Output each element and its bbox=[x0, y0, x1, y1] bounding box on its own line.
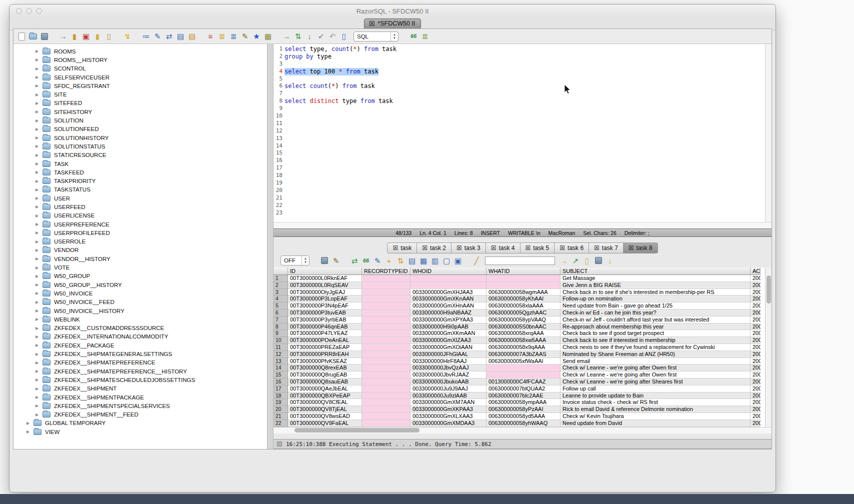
paste-cell-icon[interactable]: ▣ bbox=[453, 256, 463, 266]
tab-close-icon[interactable]: ☒ bbox=[526, 244, 531, 252]
disclosure-triangle-icon[interactable]: ▶ bbox=[36, 282, 42, 287]
open-file-icon[interactable] bbox=[28, 32, 38, 42]
tree-item-sitehistory[interactable]: ▶SITEHISTORY bbox=[14, 108, 267, 116]
grid-cell[interactable] bbox=[362, 344, 410, 351]
tree-item-user[interactable]: ▶USER bbox=[14, 194, 267, 202]
column-header-WHOID[interactable]: WHOID bbox=[410, 268, 486, 275]
disclosure-triangle-icon[interactable]: ▶ bbox=[36, 274, 42, 278]
grid-cell[interactable] bbox=[362, 337, 410, 344]
grid-cell[interactable]: 00T3000000OiyJgEAJ bbox=[288, 289, 362, 296]
view-row-icon[interactable]: 66 bbox=[361, 256, 371, 266]
disclosure-triangle-icon[interactable]: ▶ bbox=[36, 170, 42, 174]
document-tab[interactable]: ☒ *SFDCW50 II bbox=[364, 18, 422, 30]
disclosure-triangle-icon[interactable]: ▶ bbox=[36, 317, 42, 322]
sort-icon[interactable]: ⇅ bbox=[396, 256, 406, 266]
tab-close-icon[interactable]: ☒ bbox=[392, 244, 398, 252]
grid-cell[interactable]: Nominated by Shane Freeman at ANZ (HR50) bbox=[560, 351, 750, 358]
grid-cell[interactable] bbox=[362, 406, 410, 413]
tree-item-zkfedex__shipment__feed[interactable]: ▶ZKFEDEX__SHIPMENT__FEED bbox=[14, 410, 267, 418]
table-star-icon[interactable]: ▦ bbox=[263, 32, 273, 42]
add-row-icon[interactable]: + bbox=[384, 256, 394, 266]
grid-cell[interactable]: 00T3000000P47LYEAZ bbox=[288, 330, 362, 337]
grid-cell[interactable]: 00T3000000QV8TjEAL bbox=[288, 406, 362, 413]
grid-cell[interactable]: 00T3000000QV8CfEAL bbox=[288, 399, 362, 406]
grid-cell[interactable]: Check back to see if interested in membe… bbox=[560, 337, 750, 344]
grid-cell[interactable]: 0033000000GmXKmAAN bbox=[410, 330, 486, 337]
disclosure-triangle-icon[interactable]: ▶ bbox=[36, 404, 42, 408]
grid-cell[interactable]: 0033000000JbukoAAB bbox=[410, 378, 486, 386]
tree-item-site[interactable]: ▶SITE bbox=[14, 90, 267, 98]
grid-cell[interactable] bbox=[362, 289, 410, 296]
grid-cell[interactable] bbox=[362, 310, 410, 316]
grid-cell[interactable]: 006300000058wgmAAA bbox=[486, 289, 560, 296]
grid-cell[interactable]: Send email bbox=[560, 358, 750, 365]
grid-cell[interactable]: 0033000000GmXHnAAN bbox=[410, 302, 486, 310]
grid-cell[interactable] bbox=[362, 386, 410, 392]
tree-item-solution[interactable]: ▶SOLUTION bbox=[14, 116, 267, 124]
connect-icon[interactable]: → bbox=[58, 32, 68, 42]
favorites-star-icon[interactable]: ★ bbox=[252, 32, 262, 42]
disclosure-triangle-icon[interactable]: ▶ bbox=[36, 230, 42, 235]
refresh-sql-icon[interactable]: ⇄ bbox=[164, 32, 174, 42]
grid-cell[interactable]: 006300000058ypVAAQ bbox=[486, 316, 560, 324]
tree-item-zkfedex__shipmentpackage[interactable]: ▶ZKFEDEX__SHIPMENTPACKAGE bbox=[14, 393, 267, 402]
grid-cell[interactable]: 200 bbox=[750, 413, 760, 420]
grid-vertical-scrollbar[interactable] bbox=[765, 268, 772, 427]
indent-icon[interactable]: ≣ bbox=[217, 32, 227, 42]
grid-cell[interactable]: 200 bbox=[750, 351, 760, 358]
grid-cell[interactable]: 00630000007blc2AAE bbox=[486, 392, 560, 400]
grid-cell[interactable] bbox=[362, 275, 410, 282]
tree-item-zkfedex__shipmategeneralsettings[interactable]: ▶ZKFEDEX__SHIPMATEGENERALSETTINGS bbox=[14, 350, 267, 358]
tree-item-userprofilefeed[interactable]: ▶USERPROFILEFEED bbox=[14, 228, 267, 237]
execute-lightning-icon[interactable]: ↯ bbox=[122, 32, 132, 42]
tree-item-task[interactable]: ▶TASK bbox=[14, 160, 267, 168]
grid-cell[interactable]: 200 bbox=[750, 296, 760, 302]
disclosure-triangle-icon[interactable]: ▶ bbox=[36, 101, 42, 106]
tree-item-userpreference[interactable]: ▶USERPREFERENCE bbox=[14, 220, 267, 228]
grid-cell[interactable]: 00T3000000PREZaEAP bbox=[288, 344, 362, 351]
grid-cell[interactable]: Leanne to provide update to Bain bbox=[560, 392, 750, 400]
grid-cell[interactable]: 00630000007A3bZAAS bbox=[486, 351, 560, 358]
disclosure-triangle-icon[interactable]: ▶ bbox=[36, 66, 42, 71]
panel-splitter[interactable] bbox=[268, 44, 274, 449]
grid-cell[interactable]: 0013000000C4fFCAAZ bbox=[486, 378, 560, 386]
stepper-arrows-icon[interactable]: ▲▼ bbox=[302, 256, 309, 265]
grid-cell[interactable]: 200 bbox=[750, 372, 760, 378]
disclosure-triangle-icon[interactable]: ▶ bbox=[36, 49, 42, 54]
grid-cell[interactable] bbox=[362, 420, 410, 427]
copy-cell-icon[interactable]: ▢ bbox=[442, 256, 452, 266]
tree-item-zkfedex__shipmentspecialservices[interactable]: ▶ZKFEDEX__SHIPMENTSPECIALSERVICES bbox=[14, 402, 267, 410]
disclosure-triangle-icon[interactable]: ▶ bbox=[36, 188, 42, 192]
tree-item-weblink[interactable]: ▶WEBLINK bbox=[14, 315, 267, 324]
grid-cell[interactable] bbox=[362, 296, 410, 302]
disclosure-triangle-icon[interactable]: ▶ bbox=[36, 256, 42, 261]
transpose-icon[interactable]: ✎ bbox=[331, 256, 341, 266]
grid-cell[interactable]: 200 bbox=[750, 337, 760, 344]
tree-item-zkfedex__shipmatepreference__history[interactable]: ▶ZKFEDEX__SHIPMATEPREFERENCE__HISTORY bbox=[14, 367, 267, 376]
duplicate-icon[interactable]: ▤ bbox=[407, 256, 417, 266]
disclosure-triangle-icon[interactable]: ▶ bbox=[36, 248, 42, 252]
grid-cell[interactable] bbox=[486, 275, 560, 282]
align-icon[interactable]: ≣ bbox=[228, 32, 238, 42]
grid-cell[interactable]: 0033000000GmXKPAA3 bbox=[410, 406, 486, 413]
column-header-rownum[interactable] bbox=[274, 268, 288, 275]
grid-cell[interactable] bbox=[486, 364, 560, 372]
tree-item-vendor__history[interactable]: ▶VENDOR__HISTORY bbox=[14, 254, 267, 263]
grid-cell[interactable]: 200 bbox=[750, 324, 760, 330]
grid-cell[interactable]: 200 bbox=[750, 386, 760, 392]
disconnect-icon[interactable]: ▮ bbox=[70, 32, 80, 42]
grid-cell[interactable]: 00T3000000PRR8rEAH bbox=[288, 351, 362, 358]
grid-cell[interactable] bbox=[362, 378, 410, 386]
editor-vertical-scrollbar[interactable] bbox=[765, 44, 772, 222]
result-tab-task-7[interactable]: ☒task 7 bbox=[589, 242, 624, 254]
disclosure-triangle-icon[interactable]: ▶ bbox=[36, 127, 42, 132]
tree-item-zkfedex__shipment[interactable]: ▶ZKFEDEX__SHIPMENT bbox=[14, 384, 267, 393]
disclosure-triangle-icon[interactable]: ▶ bbox=[36, 75, 42, 80]
sql-book-icon[interactable]: ▤ bbox=[176, 32, 186, 42]
disclosure-triangle-icon[interactable]: ▶ bbox=[36, 136, 42, 140]
tree-item-staticresource[interactable]: ▶STATICRESOURCE bbox=[14, 151, 267, 160]
export-results-icon[interactable]: ↗ bbox=[570, 256, 580, 266]
disclosure-triangle-icon[interactable]: ▶ bbox=[36, 334, 42, 339]
new-note-icon[interactable]: ▯ bbox=[582, 256, 592, 266]
drop-table-icon[interactable]: ▯ bbox=[104, 32, 114, 42]
